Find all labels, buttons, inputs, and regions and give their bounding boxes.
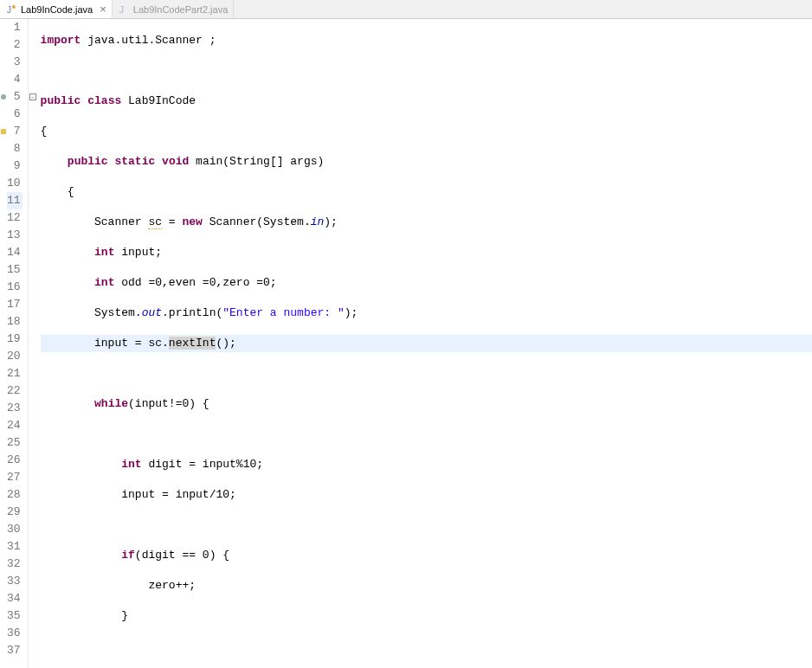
svg-text:J: J — [119, 5, 124, 15]
tab-label: Lab9InCodePart2.java — [133, 4, 228, 15]
code-line — [41, 62, 812, 80]
tab-bar: J Lab9InCode.java × J Lab9InCodePart2.ja… — [0, 0, 812, 19]
code-line — [41, 638, 812, 655]
code-line — [41, 517, 812, 534]
fold-marker-icon[interactable] — [0, 88, 7, 106]
marker-column — [0, 19, 7, 668]
code-line: { — [41, 183, 812, 201]
code-line: int digit = input%10; — [41, 456, 812, 473]
code-line — [41, 365, 812, 382]
svg-text:J: J — [7, 5, 11, 15]
code-line: zero++; — [41, 577, 812, 594]
code-line: { — [41, 123, 812, 140]
java-file-icon: J — [5, 3, 17, 16]
code-line: import java.util.Scanner ; — [41, 32, 812, 49]
svg-point-4 — [1, 94, 6, 100]
svg-point-2 — [12, 5, 16, 9]
code-line: public class Lab9InCode — [41, 93, 812, 110]
code-line: public static void main(String[] args) — [41, 153, 812, 170]
tab-lab9incodepart2[interactable]: J Lab9InCodePart2.java — [113, 0, 234, 18]
code-line: input = sc.nextInt(); — [41, 335, 812, 352]
code-line: Scanner sc = new Scanner(System.in); — [41, 214, 812, 231]
code-line: int input; — [41, 244, 812, 261]
fold-column: - — [29, 19, 37, 668]
code-line — [41, 426, 812, 443]
tab-label: Lab9InCode.java — [21, 4, 93, 15]
code-editor[interactable]: 1 2 3 4 5 6 7 8 9 10 11 12 13 14 15 16 1… — [0, 19, 812, 668]
code-line: int odd =0,even =0,zero =0; — [41, 274, 812, 292]
code-line: System.out.println("Enter a number: "); — [41, 305, 812, 322]
code-area[interactable]: import java.util.Scanner ; public class … — [37, 19, 812, 668]
line-number-gutter: 1 2 3 4 5 6 7 8 9 10 11 12 13 14 15 16 1… — [7, 19, 29, 668]
svg-rect-5 — [1, 129, 6, 134]
fold-toggle-icon[interactable]: - — [29, 88, 37, 106]
warning-marker-icon[interactable] — [0, 123, 7, 140]
code-line: } — [41, 607, 812, 625]
close-icon[interactable]: × — [100, 3, 106, 15]
tab-lab9incode[interactable]: J Lab9InCode.java × — [0, 0, 113, 18]
code-line: if(digit == 0) { — [41, 547, 812, 564]
java-file-icon: J — [118, 3, 130, 16]
code-line: while(input!=0) { — [41, 395, 812, 413]
code-line: input = input/10; — [41, 486, 812, 504]
